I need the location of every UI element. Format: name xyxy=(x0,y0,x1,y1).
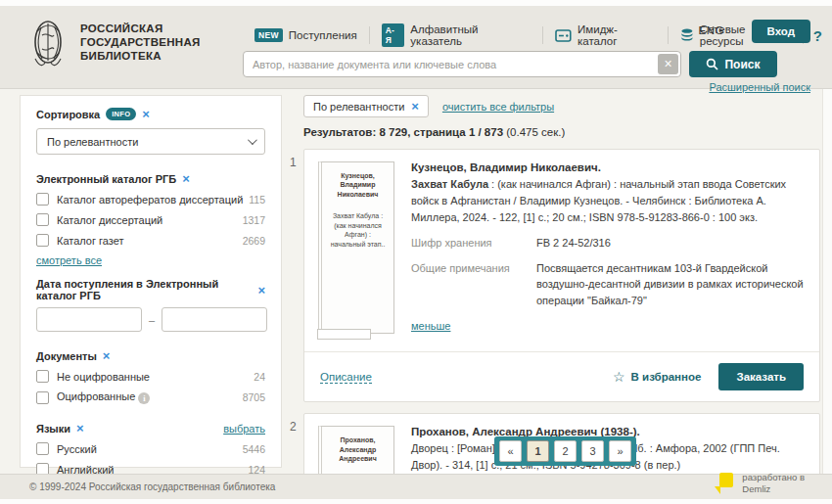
image-catalog-icon xyxy=(555,29,572,42)
login-button[interactable]: Вход xyxy=(752,20,810,43)
pagination-page-1[interactable]: 1 xyxy=(527,440,549,462)
see-all-link[interactable]: смотреть все xyxy=(36,254,102,266)
pagination-page-3[interactable]: 3 xyxy=(581,440,604,462)
result-title[interactable]: Кузнецов, Владимир Николаевич. xyxy=(411,161,806,173)
az-badge: А-Я xyxy=(382,23,405,47)
pagination: « 1 2 3 » xyxy=(494,436,636,466)
remove-sort-icon[interactable]: × xyxy=(142,108,150,120)
checkbox[interactable] xyxy=(36,234,49,247)
filters-sidebar: Сортировка INFO × По релевантности Элект… xyxy=(20,95,282,468)
demliz-logo xyxy=(713,471,734,496)
result-index: 1 xyxy=(290,156,297,169)
filter-option-russian[interactable]: Русский 5446 xyxy=(36,442,265,455)
choose-languages-link[interactable]: выбрать xyxy=(223,423,265,435)
date-to-input[interactable] xyxy=(162,307,267,332)
remove-date-filter-icon[interactable]: × xyxy=(257,284,265,297)
header: РОССИЙСКАЯ ГОСУДАРСТВЕННАЯ БИБЛИОТЕКА NE… xyxy=(0,6,832,89)
pagination-page-2[interactable]: 2 xyxy=(554,440,577,462)
checkbox[interactable] xyxy=(36,370,49,383)
date-range: – xyxy=(36,307,265,332)
languages-section: Языки × выбрать xyxy=(36,422,265,435)
copyright-text: © 1999-2024 Российская государственная б… xyxy=(29,481,275,492)
sort-select[interactable]: По релевантности xyxy=(36,128,265,155)
field-shelf-code: Шифр хранения FB 2 24-52/316 xyxy=(411,235,806,252)
remove-chip-icon[interactable]: × xyxy=(411,100,419,113)
search-button[interactable]: Поиск xyxy=(689,51,777,77)
date-from-input[interactable] xyxy=(36,307,142,332)
filter-option-not-digitized[interactable]: Не оцифрованные 24 xyxy=(36,370,265,383)
filter-option-autoref[interactable]: Каталог авторефератов диссертаций 115 xyxy=(36,193,265,206)
book-thumbnail[interactable]: Кузнецов, Владимир Николаевич Захват Каб… xyxy=(318,161,394,334)
checkbox[interactable] xyxy=(36,442,49,455)
nav-arrivals[interactable]: NEW Поступления xyxy=(243,24,369,46)
rgb-library-search-page: РОССИЙСКАЯ ГОСУДАРСТВЕННАЯ БИБЛИОТЕКА NE… xyxy=(0,0,832,504)
result-description: Захват Кабула : (как начинался Афган) : … xyxy=(411,176,806,226)
result-card-1: 1 Кузнецов, Владимир Николаевич Захват К… xyxy=(303,149,820,402)
documents-section-title: Документы × xyxy=(36,349,265,362)
info-badge[interactable]: INFO xyxy=(106,108,136,120)
filter-option-dissert[interactable]: Каталог диссертаций 1317 xyxy=(36,213,265,226)
logo[interactable]: РОССИЙСКАЯ ГОСУДАРСТВЕННАЯ БИБЛИОТЕКА xyxy=(27,14,201,70)
clear-all-filters-link[interactable]: очистить все фильтры xyxy=(442,101,554,113)
search-bar: × Поиск xyxy=(243,51,777,77)
sort-section-title: Сортировка INFO × xyxy=(36,108,265,120)
catalog-section-title: Электронный каталог РГБ × xyxy=(36,172,265,185)
chevron-down-icon xyxy=(248,135,257,145)
nav-alphabet-index[interactable]: А-Я Алфавитный указатель xyxy=(370,20,543,51)
pagination-next-button[interactable]: » xyxy=(609,440,631,462)
checkbox[interactable] xyxy=(36,213,49,226)
advanced-search-link[interactable]: Расширенный поиск xyxy=(709,81,810,93)
header-nav: NEW Поступления А-Я Алфавитный указатель… xyxy=(243,20,832,51)
languages-section-title: Языки × xyxy=(36,422,84,435)
add-to-favorites-button[interactable]: ☆ В избранное xyxy=(613,369,701,385)
pagination-prev-button[interactable]: « xyxy=(499,440,522,462)
result-index: 2 xyxy=(290,420,297,434)
page-footer: © 1999-2024 Российская государственная б… xyxy=(0,474,832,499)
remove-catalog-filter-icon[interactable]: × xyxy=(182,172,190,185)
org-name: РОССИЙСКАЯ ГОСУДАРСТВЕННАЯ БИБЛИОТЕКА xyxy=(80,22,201,63)
filter-option-digitized[interactable]: Оцифрованные i 8705 xyxy=(36,390,265,404)
results-summary: Результатов: 8 729, страница 1 / 873 (0.… xyxy=(303,126,820,138)
search-input[interactable] xyxy=(243,51,681,77)
language-switch[interactable]: ENG xyxy=(699,24,724,36)
filter-option-gazet[interactable]: Каталог газет 2669 xyxy=(36,234,265,247)
developer-credit[interactable]: разработано в Demliz xyxy=(713,471,805,496)
checkbox[interactable] xyxy=(36,193,49,206)
remove-documents-filter-icon[interactable]: × xyxy=(103,349,111,362)
order-button[interactable]: Заказать xyxy=(718,363,804,390)
rgb-monogram-icon xyxy=(27,14,69,70)
field-notes: Общие примечания Посвящается десантникам… xyxy=(411,260,806,309)
remove-languages-filter-icon[interactable]: × xyxy=(76,422,84,435)
checkbox[interactable] xyxy=(36,391,49,404)
star-icon: ☆ xyxy=(613,369,625,385)
nav-image-catalog[interactable]: Имидж-каталог xyxy=(543,20,668,51)
new-badge: NEW xyxy=(254,28,283,42)
database-icon xyxy=(680,28,694,42)
description-link[interactable]: Описание xyxy=(320,371,372,384)
filter-chip: По релевантности × xyxy=(303,95,429,117)
clear-search-icon[interactable]: × xyxy=(658,54,678,74)
search-icon xyxy=(706,58,718,70)
active-filters: По релевантности × очистить все фильтры xyxy=(303,95,820,117)
date-section-title: Дата поступления в Электронный каталог Р… xyxy=(36,278,265,301)
info-icon[interactable]: i xyxy=(138,392,150,404)
show-less-link[interactable]: меньше xyxy=(411,320,450,332)
card-footer: Описание ☆ В избранное Заказать xyxy=(304,351,819,401)
scrollbar-track[interactable] xyxy=(822,89,832,474)
bottom-strip xyxy=(0,499,832,504)
